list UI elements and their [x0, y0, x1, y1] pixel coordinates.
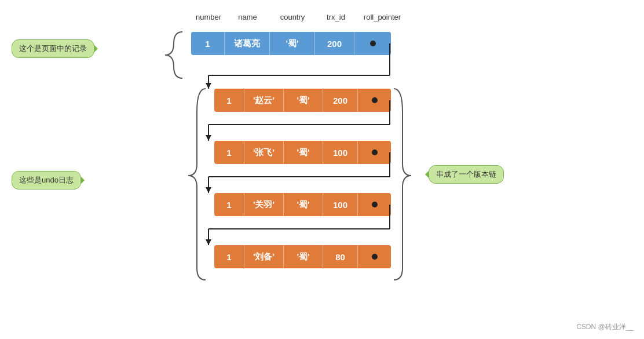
bubble-version-chain: 串成了一个版本链	[429, 165, 504, 184]
header-trx-id: trx_id	[316, 13, 356, 21]
undo1-name: '张飞'	[244, 141, 284, 164]
main-record-row: 1 诸葛亮 '蜀' 200	[191, 32, 391, 55]
undo0-trxid: 200	[323, 89, 358, 112]
undo3-trxid: 80	[323, 245, 358, 268]
undo0-country: '蜀'	[284, 89, 323, 112]
main-cell-number: 1	[191, 32, 225, 55]
dot-3	[372, 254, 378, 260]
undo0-rollptr	[358, 89, 391, 112]
undo2-country: '蜀'	[284, 193, 323, 216]
undo3-number: 1	[214, 245, 244, 268]
main-cell-rollptr	[354, 32, 391, 55]
undo3-country: '蜀'	[284, 245, 323, 268]
dot-0	[372, 97, 378, 103]
header-country: country	[269, 13, 316, 21]
dot-1	[372, 150, 378, 155]
watermark: CSDN @砖业洋__	[576, 322, 634, 332]
undo1-trxid: 100	[323, 141, 358, 164]
dot-main	[370, 41, 376, 46]
bubble-page-record: 这个是页面中的记录	[12, 39, 94, 58]
undo-record-2: 1 '关羽' '蜀' 100	[214, 193, 391, 216]
header-roll-pointer: roll_pointer	[356, 13, 408, 21]
undo0-number: 1	[214, 89, 244, 112]
diagram: number name country trx_id roll_pointer …	[0, 0, 644, 339]
svg-marker-3	[206, 83, 211, 89]
svg-marker-11	[206, 187, 211, 193]
bubble-undo-logs: 这些是undo日志	[12, 171, 81, 189]
undo1-number: 1	[214, 141, 244, 164]
undo3-rollptr	[358, 245, 391, 268]
svg-marker-15	[206, 239, 211, 245]
undo2-rollptr	[358, 193, 391, 216]
dot-2	[372, 202, 378, 207]
undo0-name: '赵云'	[244, 89, 284, 112]
svg-marker-7	[206, 135, 211, 141]
undo-record-0: 1 '赵云' '蜀' 200	[214, 89, 391, 112]
undo3-name: '刘备'	[244, 245, 284, 268]
header-name: name	[226, 13, 269, 21]
undo1-country: '蜀'	[284, 141, 323, 164]
column-headers: number name country trx_id roll_pointer	[191, 13, 408, 21]
undo2-trxid: 100	[323, 193, 358, 216]
undo1-rollptr	[358, 141, 391, 164]
header-number: number	[191, 13, 226, 21]
undo-record-3: 1 '刘备' '蜀' 80	[214, 245, 391, 268]
main-cell-trxid: 200	[315, 32, 354, 55]
main-cell-country: '蜀'	[270, 32, 315, 55]
main-cell-name: 诸葛亮	[225, 32, 270, 55]
undo2-name: '关羽'	[244, 193, 284, 216]
undo-record-1: 1 '张飞' '蜀' 100	[214, 141, 391, 164]
undo2-number: 1	[214, 193, 244, 216]
